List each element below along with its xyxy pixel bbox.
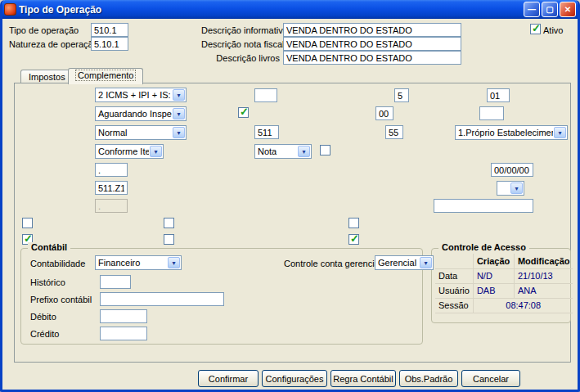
detalham-cfop-input[interactable] [254,125,279,139]
app-icon [4,3,16,16]
chevron-down-icon[interactable]: ▾ [510,182,523,194]
registro-entrada-input[interactable] [394,88,409,102]
tipo-de-nota-combo[interactable]: Normal ▾ [95,125,187,140]
configuracoes-button[interactable]: Configurações [262,370,327,387]
natureza-operacao-label: Natureza de operação [9,39,98,49]
listar-livros-combo[interactable]: 2 ICMS + IPI + IS: ▾ [95,88,187,102]
t-operacao-antigo-input[interactable] [95,163,128,177]
window-title: Tipo de Operação [16,4,522,16]
tipo-operacao-label: Tipo de operação [9,25,79,35]
gerar-nf-entrada-checkbox[interactable] [348,234,359,245]
criacao-column-header: Criação [473,254,514,268]
descricao-nota-fiscal-label: Descrição nota fiscal [201,39,280,49]
maximize-button[interactable]: ▢ [542,2,558,17]
table-row: Criação Modificação [435,254,573,268]
prefixo-contabil-input[interactable] [100,292,224,306]
repetir-oc-baixa-checkbox[interactable] [164,234,174,245]
credito-input[interactable] [100,327,147,340]
controle-acesso-table: Criação Modificação Data N/D 21/10/13 Us… [435,254,573,313]
inspecao-combo[interactable]: Aguardando Inspeção ▾ [95,106,187,121]
controle-acesso-group-title: Controle de Acesso [438,242,529,252]
data-somar-icms-input[interactable] [491,163,533,177]
producao-combo[interactable]: 1.Próprio Estabelecimer ▾ [455,125,568,140]
ativo-label: Ativo [543,25,563,35]
tab-complemento[interactable]: Complemento [68,68,143,84]
natureza-operacao-input[interactable] [91,37,128,51]
codigo-pdv-input[interactable] [375,106,393,120]
regra-contabil-button[interactable]: Regra Contábil [330,370,396,387]
tipo-operacao-input[interactable] [91,23,128,37]
contabilidade-label: Contabilidade [30,259,85,268]
modelo-formulario-input[interactable] [487,88,510,102]
chevron-down-icon[interactable]: ▾ [173,89,185,101]
modificacao-column-header: Modificação [514,254,573,268]
tipo-de-operacao-dialog: Tipo de Operação — ▢ ✕ Tipo de operação … [0,0,580,392]
padrao-doc-fiscal-input[interactable] [385,125,403,139]
chevron-down-icon[interactable]: ▾ [420,257,432,268]
exigir-pedido-checkbox[interactable] [22,218,33,228]
debito-label: Débito [30,312,56,322]
descricao-livros-label: Descrição livros [201,53,280,63]
dipi-checkbox[interactable] [238,107,249,118]
obs-padrao-button[interactable]: Obs.Padrão [399,370,458,387]
credito-label: Crédito [30,329,59,339]
controle-conta-gerencial-label: Controle conta gerencial [284,259,381,268]
repetir-oc-efetivacao-checkbox[interactable] [164,218,174,228]
confirmar-button[interactable]: Confirmar [198,370,259,387]
centro-armazenagem-input[interactable] [434,199,533,213]
chevron-down-icon[interactable]: ▾ [173,127,185,138]
venda-consignacao-checkbox[interactable] [348,218,359,228]
historico-input[interactable] [100,275,131,289]
minimize-button[interactable]: — [524,2,540,17]
controle-patrimonial-combo[interactable]: Conforme Iten ▾ [95,144,164,159]
t-oper-triangular-input[interactable] [95,181,128,195]
ativo-checkbox[interactable] [530,24,541,34]
debito-input[interactable] [100,309,147,323]
cod-simples-nacional-combo[interactable]: ▾ [497,181,524,196]
contabil-group-title: Contábil [28,242,70,252]
modelo-layout-input[interactable] [254,88,277,102]
descricao-informativa-label: Descrição informativa [201,25,280,35]
table-row: Usuário DAB ANA [435,283,573,298]
regra-frete-nfe-combo[interactable]: Nota ▾ [254,144,312,159]
table-row: Data N/D 21/10/13 [435,268,573,283]
prefixo-contabil-label: Prefixo contábil [30,295,92,304]
descricao-livros-input[interactable] [283,51,461,65]
table-row: Sessão 08:47:08 [435,298,573,313]
chevron-down-icon[interactable]: ▾ [554,127,566,138]
tipo-operacao-correl-input [95,199,128,213]
chevron-down-icon[interactable]: ▾ [150,146,162,157]
historico-label: Histórico [30,277,65,287]
exclui-modelo-biss-checkbox[interactable] [320,145,330,155]
chevron-down-icon[interactable]: ▾ [168,257,180,268]
contabilidade-combo[interactable]: Financeiro ▾ [95,255,182,270]
sit-tributaria-ecf-input[interactable] [479,106,504,120]
descricao-informativa-input[interactable] [283,23,461,37]
chevron-down-icon[interactable]: ▾ [173,108,185,119]
titlebar[interactable]: Tipo de Operação — ▢ ✕ [0,0,580,19]
descricao-nota-fiscal-input[interactable] [283,37,461,51]
close-button[interactable]: ✕ [560,2,576,17]
controle-conta-gerencial-combo[interactable]: Gerencial ▾ [375,255,434,270]
cancelar-button[interactable]: Cancelar [461,370,520,387]
chevron-down-icon[interactable]: ▾ [298,146,310,157]
